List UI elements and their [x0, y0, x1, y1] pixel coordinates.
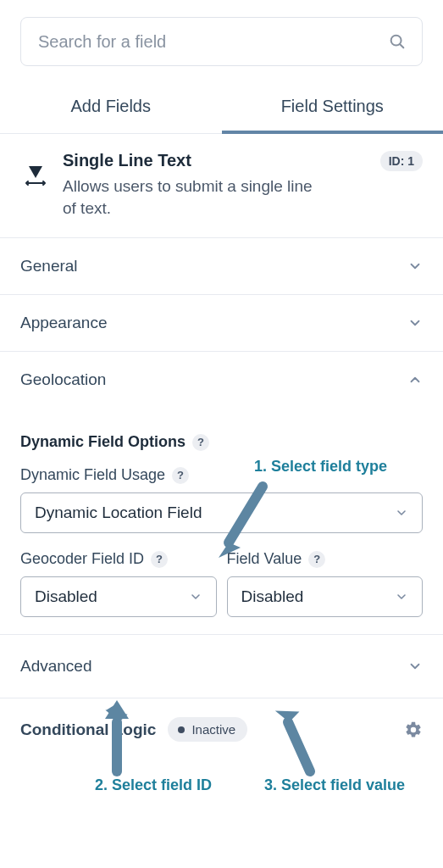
field-description: Allows users to submit a single line of … [63, 175, 317, 219]
geolocation-panel: Dynamic Field Options ? Dynamic Field Us… [0, 433, 443, 635]
field-value-value: Disabled [241, 587, 304, 606]
search-input[interactable] [36, 31, 388, 53]
field-title: Single Line Text [63, 151, 191, 170]
annotation-3: 3. Select field value [264, 776, 405, 794]
dynamic-usage-select[interactable]: Dynamic Location Field [20, 492, 423, 533]
section-geolocation[interactable]: Geolocation [0, 352, 443, 408]
search-field[interactable] [20, 17, 423, 66]
tab-add-fields[interactable]: Add Fields [0, 78, 222, 133]
chevron-down-icon [395, 506, 408, 520]
chevron-down-icon [395, 590, 408, 604]
help-icon[interactable]: ? [308, 551, 325, 568]
field-id-badge: ID: 1 [380, 151, 423, 171]
tab-field-settings[interactable]: Field Settings [222, 78, 444, 133]
help-icon[interactable]: ? [151, 551, 168, 568]
section-general[interactable]: General [0, 238, 443, 295]
status-dot-icon [178, 726, 185, 733]
section-appearance-label: Appearance [20, 314, 107, 332]
section-conditional-logic: Conditional Logic Inactive [0, 698, 443, 760]
svg-line-1 [400, 44, 403, 47]
conditional-logic-label: Conditional Logic [20, 721, 156, 739]
field-value-label: Field Value [227, 550, 302, 568]
gear-icon[interactable] [404, 721, 423, 739]
field-value-select[interactable]: Disabled [227, 576, 424, 617]
conditional-status-pill[interactable]: Inactive [168, 717, 247, 742]
dynamic-options-heading: Dynamic Field Options [20, 433, 186, 451]
chevron-down-icon [189, 590, 202, 604]
text-field-icon [24, 163, 47, 190]
geocoder-id-select[interactable]: Disabled [20, 576, 217, 617]
geocoder-id-value: Disabled [35, 587, 97, 606]
tabs: Add Fields Field Settings [0, 78, 443, 134]
dynamic-usage-label: Dynamic Field Usage [20, 466, 165, 484]
dynamic-usage-value: Dynamic Location Field [35, 504, 202, 522]
field-header: Single Line Text Allows users to submit … [0, 134, 443, 238]
search-icon [388, 32, 407, 51]
section-geolocation-label: Geolocation [20, 370, 106, 389]
conditional-status-text: Inactive [191, 722, 235, 737]
chevron-down-icon [407, 315, 423, 331]
help-icon[interactable]: ? [172, 467, 189, 484]
chevron-down-icon [407, 259, 423, 274]
section-advanced-label: Advanced [20, 657, 92, 676]
chevron-down-icon [407, 659, 423, 674]
section-general-label: General [20, 257, 78, 275]
chevron-up-icon [407, 372, 423, 387]
annotation-2: 2. Select field ID [95, 776, 212, 794]
geocoder-id-label: Geocoder Field ID [20, 550, 144, 568]
help-icon[interactable]: ? [192, 434, 209, 451]
section-appearance[interactable]: Appearance [0, 295, 443, 352]
section-advanced[interactable]: Advanced [0, 635, 443, 698]
